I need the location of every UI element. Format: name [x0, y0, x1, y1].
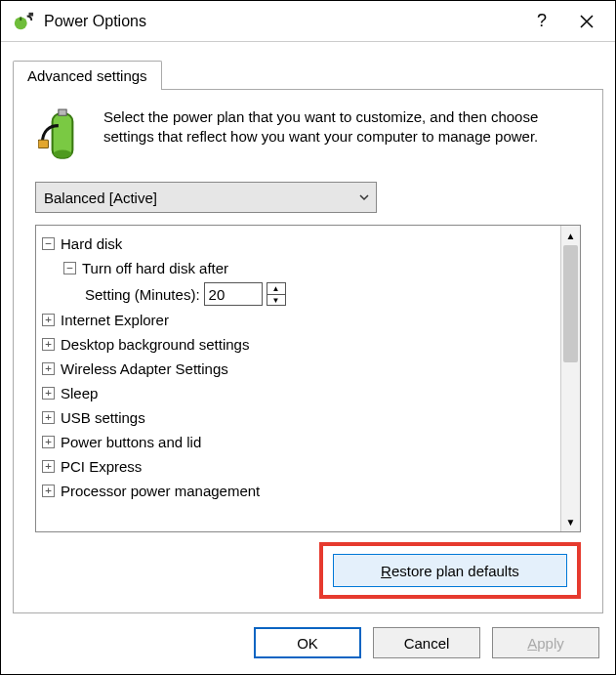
expand-icon[interactable]: +	[42, 338, 55, 351]
battery-icon	[35, 107, 90, 164]
svg-rect-1	[29, 12, 34, 16]
window-title: Power Options	[44, 13, 519, 30]
tree-label: PCI Express	[61, 456, 142, 477]
expand-icon[interactable]: +	[42, 436, 55, 448]
setting-turn-off-minutes: Setting (Minutes): ▲ ▼	[42, 280, 554, 308]
expand-icon[interactable]: +	[42, 387, 55, 400]
tree-label: Processor power management	[61, 481, 260, 501]
help-button[interactable]: ?	[519, 6, 564, 37]
tree-label: Sleep	[61, 383, 98, 403]
apply-button[interactable]: Apply	[492, 627, 599, 658]
spinner-down-icon[interactable]: ▼	[267, 295, 285, 306]
ok-button[interactable]: OK	[254, 627, 361, 658]
collapse-icon[interactable]: −	[63, 262, 76, 274]
tab-panel: Select the power plan that you want to c…	[13, 89, 603, 613]
tree-node-internet-explorer[interactable]: + Internet Explorer	[42, 308, 554, 332]
scroll-thumb[interactable]	[563, 245, 578, 362]
highlight-annotation: Restore plan defaults	[319, 542, 581, 599]
tree-node-power-buttons-lid[interactable]: + Power buttons and lid	[42, 430, 554, 454]
tree-node-usb-settings[interactable]: + USB settings	[42, 405, 554, 430]
tree-label: Internet Explorer	[61, 310, 169, 330]
button-label-rest: pply	[537, 635, 564, 652]
dialog-button-row: OK Cancel Apply	[1, 613, 615, 674]
tree-label: Turn off hard disk after	[82, 258, 228, 278]
power-options-dialog: Power Options ? Advanced settings	[0, 0, 616, 675]
intro-section: Select the power plan that you want to c…	[35, 107, 581, 164]
tree-label: Desktop background settings	[61, 334, 249, 355]
tree-node-turn-off-hard-disk[interactable]: − Turn off hard disk after	[42, 256, 554, 280]
tree-node-pci-express[interactable]: + PCI Express	[42, 454, 554, 479]
scroll-up-icon[interactable]: ▲	[561, 226, 580, 245]
tree-label: Hard disk	[61, 233, 122, 254]
expand-icon[interactable]: +	[42, 314, 55, 326]
svg-rect-3	[59, 109, 66, 115]
tabstrip: Advanced settings	[13, 60, 603, 89]
titlebar: Power Options ?	[1, 1, 615, 42]
minutes-spinner[interactable]: ▲ ▼	[267, 282, 286, 306]
tab-advanced-settings[interactable]: Advanced settings	[13, 61, 162, 90]
collapse-icon[interactable]: −	[42, 237, 55, 250]
tree-label: USB settings	[61, 407, 145, 428]
intro-text: Select the power plan that you want to c…	[103, 107, 581, 164]
button-label-rest: estore plan defaults	[391, 563, 519, 579]
expand-icon[interactable]: +	[42, 485, 55, 497]
tree-node-desktop-background[interactable]: + Desktop background settings	[42, 332, 554, 357]
setting-label: Setting (Minutes):	[85, 284, 200, 305]
tree-node-processor-power[interactable]: + Processor power management	[42, 479, 554, 503]
mnemonic: R	[381, 563, 391, 579]
svg-point-4	[54, 150, 72, 158]
close-button[interactable]	[564, 6, 609, 37]
tree-label: Wireless Adapter Settings	[61, 359, 228, 379]
chevron-down-icon	[358, 191, 370, 203]
tree-node-wireless-adapter[interactable]: + Wireless Adapter Settings	[42, 357, 554, 381]
svg-rect-5	[38, 140, 48, 148]
cancel-button[interactable]: Cancel	[373, 627, 480, 658]
tree-label: Power buttons and lid	[61, 432, 201, 452]
restore-plan-defaults-button[interactable]: Restore plan defaults	[333, 554, 567, 587]
expand-icon[interactable]: +	[42, 411, 55, 424]
mnemonic: A	[527, 635, 537, 652]
scroll-down-icon[interactable]: ▼	[561, 512, 580, 531]
power-plan-select[interactable]: Balanced [Active]	[35, 182, 377, 213]
expand-icon[interactable]: +	[42, 460, 55, 473]
minutes-input[interactable]	[204, 282, 263, 306]
tree-node-sleep[interactable]: + Sleep	[42, 381, 554, 405]
scrollbar[interactable]: ▲ ▼	[560, 226, 580, 531]
tree-node-hard-disk[interactable]: − Hard disk	[42, 232, 554, 256]
spinner-up-icon[interactable]: ▲	[267, 283, 285, 295]
expand-icon[interactable]: +	[42, 362, 55, 375]
settings-tree: − Hard disk − Turn off hard disk after S…	[35, 225, 581, 532]
power-plug-icon	[11, 9, 36, 34]
power-plan-selected-value: Balanced [Active]	[44, 190, 157, 206]
scroll-track[interactable]	[561, 245, 580, 512]
